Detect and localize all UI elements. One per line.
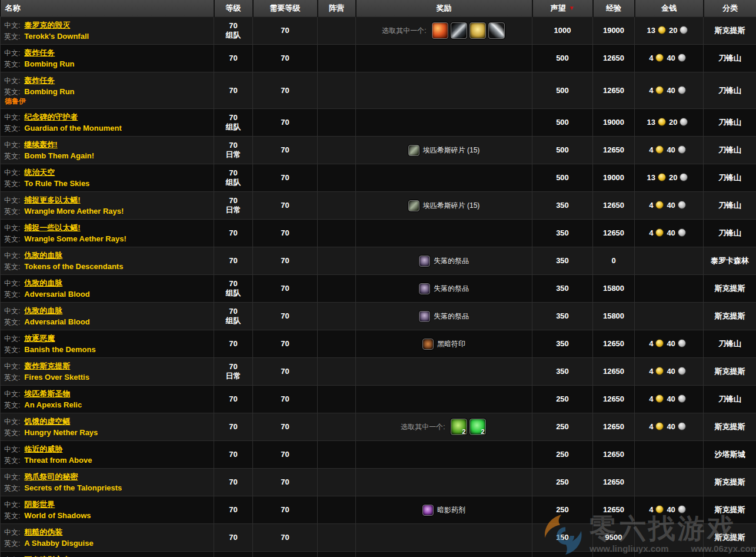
reward-item-link[interactable]: 失落的祭品: [434, 256, 469, 266]
quest-link-en[interactable]: Wrangle Some Aether Rays!: [24, 234, 126, 243]
reward-item: 失落的祭品: [419, 311, 469, 322]
level-cell: 70: [214, 552, 253, 557]
feather-icon[interactable]: [408, 145, 419, 156]
quest-link-en[interactable]: Fires Over Skettis: [24, 373, 89, 382]
quest-link-en[interactable]: Adversarial Blood: [24, 317, 89, 326]
column-header-req_level[interactable]: 需要等级: [253, 0, 318, 17]
quest-link-en[interactable]: An Apexis Relic: [24, 400, 82, 409]
quest-link-cn[interactable]: 放逐恶魔: [24, 334, 55, 343]
level-cell: 70: [214, 441, 253, 469]
quest-name-cell: 中文:捕捉更多以太鳐! 英文:Wrangle More Aether Rays!: [1, 192, 214, 220]
crossed-daggers-icon[interactable]: [451, 22, 467, 39]
quest-link-cn[interactable]: 纪念碑的守护者: [24, 112, 78, 121]
column-header-name[interactable]: 名称: [1, 0, 214, 17]
level-tag: 组队: [214, 122, 252, 132]
quest-link-cn[interactable]: 埃匹希斯圣物: [24, 389, 70, 398]
quest-link-en[interactable]: Threat from Above: [24, 456, 92, 465]
cn-label: 中文:: [4, 113, 20, 121]
fiery-mace-icon[interactable]: [432, 22, 448, 39]
quest-link-cn[interactable]: 捕捉更多以太鳐!: [24, 195, 80, 204]
shadow-potion-icon[interactable]: [422, 505, 434, 516]
reward-item-link[interactable]: 黑暗符印: [437, 339, 465, 349]
quest-link-cn[interactable]: 轰炸任务: [24, 76, 55, 85]
xp-cell: 12650: [593, 192, 635, 220]
quest-row: 中文:鸦爪祭司的秘密 英文:Secrets of the Talonpriest…: [1, 469, 756, 496]
level-cell: 70: [214, 72, 253, 109]
quest-link-cn[interactable]: 饥饿的虚空鳐: [24, 417, 70, 426]
quest-link-cn[interactable]: 仇敌的血脉: [24, 306, 62, 315]
quest-link-en[interactable]: Adversarial Blood: [24, 290, 89, 299]
reward-item-link[interactable]: 埃匹希斯碎片 (15): [423, 201, 480, 211]
quest-link-en[interactable]: Guardian of the Monument: [24, 124, 121, 132]
quest-name-cell: 中文:仇敌的血脉 英文:Tokens of the Descendants: [1, 247, 214, 275]
sharp-blade-icon[interactable]: [488, 22, 505, 39]
green-potion-icon[interactable]: 2: [451, 419, 467, 435]
rewards-cell: [356, 524, 532, 552]
level-tag: 日常: [214, 150, 252, 160]
lost-offering-icon[interactable]: [419, 283, 430, 294]
quest-name-cell: 中文:埃匹希斯圣物 英文:An Apexis Relic: [1, 386, 214, 413]
quest-link-en[interactable]: Secrets of the Talonpriests: [24, 483, 122, 492]
lost-offering-icon[interactable]: [419, 256, 430, 267]
level-tag: 日常: [214, 205, 252, 215]
quest-link-en[interactable]: Terokk's Downfall: [24, 32, 89, 41]
column-header-faction[interactable]: 阵营: [318, 0, 356, 17]
rewards-cell: 埃匹希斯碎片 (15): [356, 192, 532, 220]
column-header-money[interactable]: 金钱: [635, 0, 704, 17]
quest-link-en[interactable]: Banish the Demons: [24, 345, 95, 354]
quest-link-en[interactable]: Bombing Run: [24, 87, 74, 96]
column-header-rewards[interactable]: 奖励: [356, 0, 532, 17]
level-value: 70: [214, 256, 252, 266]
quest-link-en[interactable]: To Rule The Skies: [24, 179, 89, 188]
cn-label: 中文:: [4, 196, 20, 204]
level-cell: 70 组队: [214, 275, 253, 303]
quest-link-en[interactable]: Bomb Them Again!: [24, 151, 94, 160]
quest-link-cn[interactable]: 临近的威胁: [24, 445, 62, 453]
quest-link-cn[interactable]: 轰炸斯克提斯: [24, 362, 70, 370]
quest-link-en[interactable]: World of Shadows: [24, 511, 91, 520]
reward-item-link[interactable]: 暗影药剂: [437, 505, 465, 515]
quest-name-cell: 中文:仇敌的血脉 英文:Adversarial Blood: [1, 303, 214, 330]
quest-link-cn[interactable]: 泰罗克的毁灭: [24, 21, 70, 29]
en-label: 英文:: [4, 512, 20, 520]
category-cell: 刀锋山: [704, 386, 756, 413]
quest-link-cn[interactable]: 统治天空: [24, 168, 55, 177]
silver-coin-icon: [680, 173, 688, 181]
green-gem-icon[interactable]: 2: [469, 419, 486, 435]
money-cell: 440: [635, 137, 704, 164]
quest-link-en[interactable]: Tokens of the Descendants: [24, 262, 123, 271]
feather-icon[interactable]: [408, 200, 419, 211]
reward-item: 暗影药剂: [422, 505, 465, 516]
silver-amount: 40: [667, 145, 675, 154]
column-label: 分类: [722, 4, 738, 12]
quest-link-cn[interactable]: 粗糙的伪装: [24, 528, 62, 536]
quest-link-cn[interactable]: 捕捉一些以太鳐!: [24, 223, 80, 232]
gold-trinket-icon[interactable]: [469, 22, 486, 39]
class-tag: 德鲁伊: [4, 97, 210, 106]
reward-item-link[interactable]: 埃匹希斯碎片 (15): [423, 145, 480, 155]
reward-item-link[interactable]: 失落的祭品: [434, 284, 469, 294]
gold-coin-icon: [655, 228, 664, 237]
dark-rune-icon[interactable]: [422, 339, 434, 350]
quest-link-en[interactable]: Hungry Nether Rays: [24, 428, 98, 437]
quest-link-cn[interactable]: 鸦爪祭司的秘密: [24, 472, 78, 481]
quest-link-en[interactable]: Bombing Run: [24, 59, 74, 68]
faction-cell: [318, 220, 356, 247]
category-cell: 斯克提斯: [704, 413, 756, 441]
lost-offering-icon[interactable]: [419, 311, 430, 322]
quest-link-cn[interactable]: 轰炸任务: [24, 48, 55, 57]
column-header-category[interactable]: 分类: [704, 0, 756, 17]
quest-link-cn[interactable]: 阴影世界: [24, 500, 55, 509]
quest-link-cn[interactable]: 仇敌的血脉: [24, 278, 62, 287]
quest-link-cn[interactable]: 仇敌的血脉: [24, 251, 62, 260]
quest-link-cn[interactable]: 继续轰炸!: [24, 140, 57, 149]
faction-cell: [318, 469, 356, 496]
quest-link-en[interactable]: Wrangle More Aether Rays!: [24, 207, 124, 215]
column-header-xp[interactable]: 经验: [593, 0, 635, 17]
level-cell: 70 组队: [214, 164, 253, 192]
money-cell: 440: [635, 72, 704, 109]
column-header-level[interactable]: 等级: [214, 0, 253, 17]
quest-link-en[interactable]: A Shabby Disguise: [24, 539, 93, 548]
column-header-reputation[interactable]: 声望▼: [532, 0, 593, 17]
reward-item-link[interactable]: 失落的祭品: [434, 311, 469, 321]
